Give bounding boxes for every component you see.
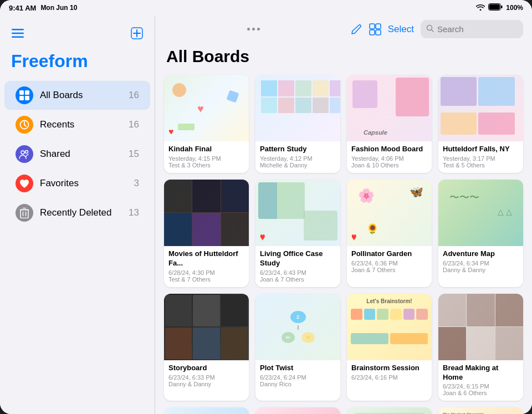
board-card-movies-hutteldorf[interactable]: Movies of Hutteldorf Fa... 6/28/24, 4:30… (164, 180, 249, 287)
sidebar-item-shared[interactable]: Shared 15 (4, 140, 150, 168)
board-date-kindah-final: Yesterday, 4:15 PM (168, 155, 244, 162)
board-date-pollinator-garden: 6/23/24, 6:36 PM (351, 260, 427, 267)
board-area: All Boards ♥ ♥ Kindah Final Yesterday, 4… (155, 43, 532, 414)
board-shared-pattern-study: Michelle & Danny (260, 162, 336, 168)
board-date-bread-making: 6/23/24, 6:15 PM (443, 383, 519, 390)
board-card-bottom2[interactable]: 🌈 (255, 407, 340, 414)
svg-point-15 (25, 151, 28, 154)
board-thumbnail-brainstorm-session: Let's Brainstorm! (347, 294, 432, 360)
status-bar-right: 100% (476, 3, 523, 12)
board-card-kindah-final[interactable]: ♥ ♥ Kindah Final Yesterday, 4:15 PM Test… (164, 75, 249, 173)
board-date-pattern-study: Yesterday, 4:12 PM (260, 155, 336, 162)
board-shared-adventure-map: Danny & Danny (443, 267, 519, 273)
sidebar-top-bar (0, 22, 155, 49)
board-card-bread-making[interactable]: Bread Making at Home 6/23/24, 6:15 PM Jo… (438, 294, 523, 401)
ipad-frame: 9:41 AM Mon Jun 10 100% (0, 0, 532, 414)
status-bar: 9:41 AM Mon Jun 10 100% (0, 0, 532, 16)
board-thumbnail-bread-making (438, 294, 523, 360)
svg-rect-20 (376, 24, 381, 29)
svg-rect-9 (19, 90, 24, 95)
board-shared-storyboard: Danny & Danny (168, 381, 244, 387)
board-date-fashion-mood-board: Yesterday, 4:06 PM (351, 155, 427, 162)
sidebar-item-favorites[interactable]: Favorites 3 (4, 169, 150, 198)
board-card-bottom4[interactable]: The Student Chronicle (438, 407, 523, 414)
board-shared-kindah-final: Test & 3 Others (168, 162, 244, 168)
section-title: All Boards (164, 43, 523, 75)
board-card-storyboard[interactable]: Storyboard 6/23/24, 6:33 PM Danny & Dann… (164, 294, 249, 401)
dot2 (252, 28, 255, 30)
board-info-adventure-map: Adventure Map 6/23/24, 6:34 PM Danny & D… (438, 246, 523, 278)
board-info-pollinator-garden: Pollinator Garden 6/23/24, 6:36 PM Joan … (347, 246, 432, 278)
board-name-fashion-mood-board: Fashion Mood Board (351, 145, 427, 154)
board-shared-living-office: Joan & 7 Others (260, 276, 336, 283)
svg-rect-4 (12, 33, 24, 34)
board-thumbnail-kindah-final: ♥ ♥ (164, 75, 249, 141)
dot3 (257, 28, 260, 30)
board-card-bottom1[interactable] (164, 407, 249, 414)
board-card-fashion-mood-board[interactable]: Capsule Fashion Mood Board Yesterday, 4:… (347, 75, 432, 173)
sidebar-count-recently-deleted: 13 (129, 207, 139, 218)
svg-rect-22 (376, 30, 381, 35)
svg-rect-5 (12, 37, 24, 38)
board-thumbnail-bottom1 (164, 407, 249, 414)
board-card-pollinator-garden[interactable]: 🌸 🦋 🌻 ♥ ♥ Pollinator Garden 6/23/24, 6:3… (347, 180, 432, 287)
recents-icon (16, 116, 33, 134)
board-name-bread-making: Bread Making at Home (443, 364, 519, 382)
board-name-pollinator-garden: Pollinator Garden (351, 249, 427, 259)
board-info-fashion-mood-board: Fashion Mood Board Yesterday, 4:06 PM Jo… (347, 141, 432, 173)
sidebar-toggle-button[interactable] (9, 24, 27, 42)
board-shared-pollinator-garden: Joan & 7 Others (351, 267, 427, 273)
board-info-pattern-study: Pattern Study Yesterday, 4:12 PM Michell… (255, 141, 340, 173)
select-button[interactable]: Select (388, 24, 414, 35)
search-input[interactable] (437, 24, 532, 34)
board-thumbnail-bottom3: 〰〰 (347, 407, 432, 414)
board-card-hutteldorf-falls[interactable]: Hutteldorf Falls, NY Yesterday, 3:17 PM … (438, 75, 523, 173)
board-info-hutteldorf-falls: Hutteldorf Falls, NY Yesterday, 3:17 PM … (438, 141, 523, 173)
board-shared-hutteldorf-falls: Test & 5 Others (443, 162, 519, 168)
sidebar-label-recently-deleted: Recently Deleted (40, 207, 129, 218)
board-card-brainstorm-session[interactable]: Let's Brainstorm! Brainstorm Session 6/2… (347, 294, 432, 401)
status-time: 9:41 AM (9, 4, 36, 12)
new-board-sidebar-button[interactable] (128, 24, 146, 42)
app-title: Freeform (0, 49, 155, 80)
board-name-movies-hutteldorf: Movies of Hutteldorf Fa... (168, 249, 244, 268)
sidebar-item-all-boards[interactable]: All Boards 16 (4, 81, 150, 110)
board-info-bread-making: Bread Making at Home 6/23/24, 6:15 PM Jo… (438, 360, 523, 401)
board-name-plot-twist: Plot Twist (260, 364, 336, 373)
sidebar-item-recently-deleted[interactable]: Recently Deleted 13 (4, 198, 150, 227)
right-toolbar: Select (155, 16, 532, 43)
right-panel: Select (155, 16, 532, 414)
board-card-bottom3[interactable]: 〰〰 (347, 407, 432, 414)
sidebar-label-favorites: Favorites (40, 178, 134, 189)
sidebar-count-recents: 16 (129, 119, 139, 130)
compose-button[interactable] (350, 23, 362, 35)
board-date-plot-twist: 6/23/24, 6:24 PM (260, 374, 336, 381)
board-card-pattern-study[interactable]: Pattern Study Yesterday, 4:12 PM Michell… (255, 75, 340, 173)
shared-icon (16, 145, 33, 163)
board-date-storyboard: 6/23/24, 6:33 PM (168, 374, 244, 381)
favorite-badge: ♥ (351, 232, 357, 242)
status-date: Mon Jun 10 (40, 4, 77, 12)
board-shared-movies-hutteldorf: Test & 7 Others (168, 276, 244, 283)
board-date-adventure-map: 6/23/24, 6:34 PM (443, 260, 519, 267)
sidebar-item-recents[interactable]: Recents 16 (4, 110, 150, 139)
search-bar[interactable] (421, 20, 523, 38)
grid-view-button[interactable] (369, 23, 381, 35)
board-card-living-office[interactable]: ♥ ♥ Living Office Case Study 6/23/24, 6:… (255, 180, 340, 287)
board-thumbnail-plot-twist: 2 In ⭐ (255, 294, 340, 360)
board-name-kindah-final: Kindah Final (168, 145, 244, 154)
svg-rect-19 (370, 24, 375, 29)
favorite-badge: ♥ (260, 232, 265, 242)
battery-percent: 100% (506, 4, 523, 12)
board-date-living-office: 6/23/24, 6:43 PM (260, 269, 336, 276)
board-thumbnail-bottom4: The Student Chronicle (438, 407, 523, 414)
board-thumbnail-fashion-mood-board: Capsule (347, 75, 432, 141)
board-card-adventure-map[interactable]: 〜〜〜 △ △ Adventure Map 6/23/24, 6:34 PM D… (438, 180, 523, 287)
board-thumbnail-hutteldorf-falls (438, 75, 523, 141)
recently-deleted-icon (16, 204, 33, 222)
board-date-hutteldorf-falls: Yesterday, 3:17 PM (443, 155, 519, 162)
board-date-movies-hutteldorf: 6/28/24, 4:30 PM (168, 269, 244, 276)
sidebar-label-all-boards: All Boards (40, 90, 129, 101)
board-card-plot-twist[interactable]: 2 In ⭐ Plot Twist 6/23/24, 6:24 PM Danny… (255, 294, 340, 401)
toolbar-right-buttons: Select (350, 20, 523, 38)
